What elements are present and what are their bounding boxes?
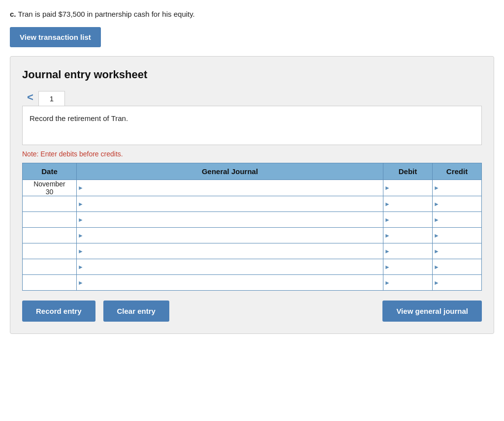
view-transaction-button[interactable]: View transaction list [10, 27, 101, 47]
date-input-7[interactable] [23, 275, 76, 290]
description-box: Record the retirement of Tran. [22, 106, 482, 145]
credit-cell-5[interactable]: ► [433, 243, 482, 259]
debit-input-5[interactable] [383, 243, 432, 259]
button-row: Record entry Clear entry View general jo… [22, 301, 482, 322]
credit-input-3[interactable] [433, 212, 481, 227]
credit-cell-1[interactable]: ► [433, 180, 482, 196]
gj-cell-1[interactable]: ► [77, 180, 383, 196]
table-row: ► ► ► [23, 196, 482, 212]
col-header-date: Date [23, 163, 77, 180]
gj-cell-2[interactable]: ► [77, 196, 383, 212]
credit-cell-2[interactable]: ► [433, 196, 482, 212]
tab-nav-row: < 1 [22, 89, 482, 106]
debit-input-6[interactable] [383, 259, 432, 274]
gj-input-3[interactable] [77, 212, 383, 227]
date-input-3[interactable] [23, 212, 76, 227]
date-input-6[interactable] [23, 259, 76, 274]
table-row: ► ► ► [23, 275, 482, 291]
debit-cell-3[interactable]: ► [383, 212, 433, 228]
gj-input-2[interactable] [77, 196, 383, 211]
col-header-gj: General Journal [77, 163, 383, 180]
gj-cell-5[interactable]: ► [77, 243, 383, 259]
credit-cell-3[interactable]: ► [433, 212, 482, 228]
date-cell-6[interactable] [23, 259, 77, 275]
credit-input-2[interactable] [433, 196, 481, 211]
table-row: ► ► ► [23, 259, 482, 275]
gj-input-1[interactable] [77, 180, 383, 196]
record-entry-button[interactable]: Record entry [22, 301, 95, 322]
date-cell-2[interactable] [23, 196, 77, 212]
debit-input-1[interactable] [383, 180, 432, 196]
debit-input-2[interactable] [383, 196, 432, 211]
credit-cell-7[interactable]: ► [433, 275, 482, 291]
table-row: ► ► ► [23, 243, 482, 259]
credit-input-1[interactable] [433, 180, 481, 196]
debit-input-3[interactable] [383, 212, 432, 227]
problem-description: Tran is paid $73,500 in partnership cash… [18, 10, 194, 18]
description-text: Record the retirement of Tran. [30, 114, 128, 122]
col-header-credit: Credit [433, 163, 482, 180]
date-cell-1: November30 [23, 180, 77, 196]
credit-cell-6[interactable]: ► [433, 259, 482, 275]
date-cell-7[interactable] [23, 275, 77, 291]
debit-cell-6[interactable]: ► [383, 259, 433, 275]
gj-cell-7[interactable]: ► [77, 275, 383, 291]
view-general-journal-button[interactable]: View general journal [382, 301, 482, 322]
journal-table: Date General Journal Debit Credit Novemb… [22, 163, 482, 291]
prev-tab-button[interactable]: < [22, 89, 38, 106]
problem-label: c. [10, 10, 16, 18]
credit-input-6[interactable] [433, 259, 481, 274]
date-cell-3[interactable] [23, 212, 77, 228]
gj-input-6[interactable] [77, 259, 383, 274]
debit-cell-1[interactable]: ► [383, 180, 433, 196]
date-cell-4[interactable] [23, 228, 77, 243]
gj-cell-6[interactable]: ► [77, 259, 383, 275]
table-row: November30 ► ► ► [23, 180, 482, 196]
debit-input-4[interactable] [383, 228, 432, 243]
debit-cell-2[interactable]: ► [383, 196, 433, 212]
debit-cell-4[interactable]: ► [383, 228, 433, 243]
gj-cell-3[interactable]: ► [77, 212, 383, 228]
credit-input-5[interactable] [433, 243, 481, 259]
worksheet-title: Journal entry worksheet [22, 68, 482, 81]
gj-input-7[interactable] [77, 275, 383, 290]
date-input-4[interactable] [23, 228, 76, 243]
table-row: ► ► ► [23, 212, 482, 228]
debit-cell-5[interactable]: ► [383, 243, 433, 259]
credit-input-4[interactable] [433, 228, 481, 243]
date-input-5[interactable] [23, 243, 76, 259]
gj-cell-4[interactable]: ► [77, 228, 383, 243]
table-row: ► ► ► [23, 228, 482, 243]
date-input-2[interactable] [23, 196, 76, 211]
col-header-debit: Debit [383, 163, 433, 180]
credit-input-7[interactable] [433, 275, 481, 290]
problem-text: c. Tran is paid $73,500 in partnership c… [10, 10, 494, 18]
clear-entry-button[interactable]: Clear entry [103, 301, 169, 322]
worksheet-container: Journal entry worksheet < 1 Record the r… [10, 56, 494, 334]
gj-input-4[interactable] [77, 228, 383, 243]
note-text: Note: Enter debits before credits. [22, 150, 482, 158]
debit-input-7[interactable] [383, 275, 432, 290]
gj-input-5[interactable] [77, 243, 383, 259]
tab-number[interactable]: 1 [38, 91, 65, 106]
date-cell-5[interactable] [23, 243, 77, 259]
credit-cell-4[interactable]: ► [433, 228, 482, 243]
debit-cell-7[interactable]: ► [383, 275, 433, 291]
